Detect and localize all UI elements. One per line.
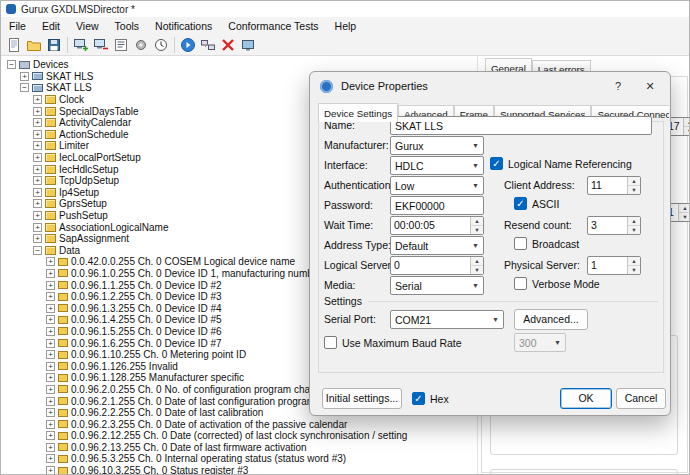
disconnect-icon[interactable] bbox=[218, 35, 238, 55]
expand-icon[interactable]: + bbox=[46, 397, 55, 406]
expand-icon[interactable]: + bbox=[46, 327, 55, 336]
expand-icon[interactable]: + bbox=[33, 234, 42, 243]
expand-icon[interactable]: + bbox=[33, 153, 42, 162]
password-input[interactable] bbox=[390, 196, 484, 215]
spinner-arrows-icon[interactable]: ▲▼ bbox=[627, 217, 640, 234]
save-icon[interactable] bbox=[44, 35, 64, 55]
spinner-arrows-icon[interactable]: ▲▼ bbox=[470, 257, 483, 274]
spinner-arrows-icon[interactable]: ▲▼ bbox=[627, 257, 640, 274]
menu-help[interactable]: Help bbox=[327, 18, 365, 34]
menu-notifications[interactable]: Notifications bbox=[147, 18, 220, 34]
expand-icon[interactable]: + bbox=[46, 466, 55, 474]
open-folder-icon[interactable] bbox=[24, 35, 44, 55]
expand-icon[interactable]: + bbox=[33, 118, 42, 127]
toolbar-separator bbox=[67, 37, 68, 53]
authentication-select[interactable]: Low ▼ bbox=[390, 176, 484, 195]
expand-icon[interactable]: + bbox=[33, 223, 42, 232]
logical-name-referencing-checkbox[interactable]: ✓ bbox=[490, 157, 503, 170]
verbose-mode-checkbox[interactable] bbox=[514, 277, 527, 290]
menu-file[interactable]: File bbox=[1, 18, 34, 34]
expand-icon[interactable]: + bbox=[46, 269, 55, 278]
expand-icon[interactable]: + bbox=[33, 95, 42, 104]
tree-item[interactable]: −Devices bbox=[1, 59, 477, 71]
new-document-icon[interactable] bbox=[4, 35, 24, 55]
manufacturer-select[interactable]: Gurux ▼ bbox=[390, 136, 484, 155]
expand-icon[interactable]: + bbox=[46, 373, 55, 382]
collapse-icon[interactable]: − bbox=[20, 83, 29, 92]
ok-button[interactable]: OK bbox=[560, 388, 612, 409]
expand-icon[interactable]: + bbox=[46, 408, 55, 417]
spinner-arrows-icon[interactable]: ▲▼ bbox=[678, 204, 690, 221]
name-input[interactable] bbox=[390, 116, 652, 135]
expand-icon[interactable]: + bbox=[33, 199, 42, 208]
media-select[interactable]: Serial ▼ bbox=[390, 276, 484, 295]
expand-icon[interactable]: + bbox=[46, 339, 55, 348]
broadcast-checkbox[interactable] bbox=[514, 237, 527, 250]
expand-icon[interactable]: + bbox=[33, 176, 42, 185]
spinner-arrows-icon[interactable]: ▲▼ bbox=[683, 118, 690, 135]
cancel-button[interactable]: Cancel bbox=[616, 388, 666, 409]
expand-icon[interactable]: + bbox=[46, 281, 55, 290]
menu-tools[interactable]: Tools bbox=[107, 18, 148, 34]
read-play-icon[interactable] bbox=[178, 35, 198, 55]
expand-icon[interactable]: + bbox=[46, 315, 55, 324]
dialog-help-button[interactable]: ? bbox=[604, 76, 632, 96]
wait-time-stepper[interactable]: 00:00:05 ▲▼ bbox=[390, 216, 484, 235]
interface-select[interactable]: HDLC ▼ bbox=[390, 156, 484, 175]
expand-icon[interactable]: + bbox=[33, 130, 42, 139]
menu-edit[interactable]: Edit bbox=[34, 18, 68, 34]
expand-icon[interactable]: + bbox=[46, 292, 55, 301]
interface-label: Interface: bbox=[324, 159, 368, 171]
connect-icon[interactable] bbox=[198, 35, 218, 55]
media-label: Media: bbox=[324, 279, 356, 291]
remove-device-icon[interactable] bbox=[91, 35, 111, 55]
expand-icon[interactable]: + bbox=[46, 454, 55, 463]
clock-icon[interactable] bbox=[151, 35, 171, 55]
add-device-icon[interactable] bbox=[71, 35, 91, 55]
client-address-stepper[interactable]: 11 ▲▼ bbox=[587, 176, 641, 195]
wait-time-value: 00:00:05 bbox=[391, 217, 470, 234]
expand-icon[interactable]: + bbox=[46, 443, 55, 452]
spinner-arrows-icon[interactable]: ▲▼ bbox=[627, 177, 640, 194]
expand-icon[interactable]: + bbox=[46, 362, 55, 371]
serial-port-select[interactable]: COM21 ▼ bbox=[390, 310, 504, 329]
use-maximum-baud-rate-checkbox[interactable] bbox=[324, 336, 337, 349]
advanced-button[interactable]: Advanced... bbox=[514, 309, 588, 330]
expand-icon[interactable]: + bbox=[46, 420, 55, 429]
collapse-icon[interactable]: − bbox=[33, 246, 42, 255]
menu-conformance-tests[interactable]: Conformance Tests bbox=[220, 18, 326, 34]
authentication-label: Authentication: bbox=[324, 179, 393, 191]
initial-settings-button[interactable]: Initial settings... bbox=[322, 388, 402, 409]
resend-count-stepper[interactable]: 3 ▲▼ bbox=[587, 216, 641, 235]
spinner-arrows-icon[interactable]: ▲▼ bbox=[470, 217, 483, 234]
tree-item[interactable]: +0.0.96.2.13.255 Ch. 0 Date of last firm… bbox=[1, 442, 477, 454]
collapse-icon[interactable]: − bbox=[7, 60, 16, 69]
expand-icon[interactable]: + bbox=[46, 257, 55, 266]
expand-icon[interactable]: + bbox=[33, 107, 42, 116]
expand-icon[interactable]: + bbox=[20, 72, 29, 81]
tree-item[interactable]: +0.0.96.2.3.255 Ch. 0 Date of activation… bbox=[1, 418, 477, 430]
hex-checkbox[interactable]: ✓ bbox=[412, 392, 425, 405]
dialog-close-button[interactable]: ✕ bbox=[636, 76, 664, 96]
dialog-tab-device-settings[interactable]: Device Settings bbox=[318, 103, 398, 122]
monitor-icon[interactable] bbox=[238, 35, 258, 55]
tree-item[interactable]: +0.0.96.2.12.255 Ch. 0 Date (corrected) … bbox=[1, 430, 477, 442]
tree-item[interactable]: +0.0.96.5.3.255 Ch. 0 Internal operating… bbox=[1, 453, 477, 465]
ascii-checkbox[interactable]: ✓ bbox=[514, 197, 527, 210]
data-icon bbox=[58, 339, 68, 347]
expand-icon[interactable]: + bbox=[33, 211, 42, 220]
expand-icon[interactable]: + bbox=[46, 350, 55, 359]
expand-icon[interactable]: + bbox=[46, 304, 55, 313]
logical-server-stepper[interactable]: 0 ▲▼ bbox=[390, 256, 484, 275]
address-type-select[interactable]: Default ▼ bbox=[390, 236, 484, 255]
expand-icon[interactable]: + bbox=[33, 141, 42, 150]
options-gear-icon[interactable] bbox=[131, 35, 151, 55]
tree-item[interactable]: +0.0.96.10.3.255 Ch. 0 Status register #… bbox=[1, 465, 477, 474]
expand-icon[interactable]: + bbox=[33, 188, 42, 197]
menu-view[interactable]: View bbox=[68, 18, 107, 34]
device-list-icon[interactable] bbox=[111, 35, 131, 55]
physical-server-stepper[interactable]: 1 ▲▼ bbox=[587, 256, 641, 275]
expand-icon[interactable]: + bbox=[46, 385, 55, 394]
expand-icon[interactable]: + bbox=[33, 165, 42, 174]
expand-icon[interactable]: + bbox=[46, 431, 55, 440]
